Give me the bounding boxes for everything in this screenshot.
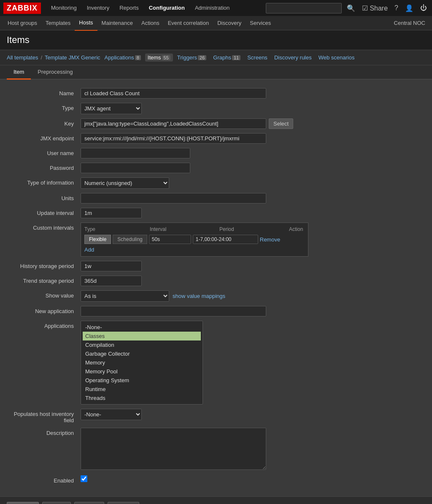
tab-graphs[interactable]: Graphs11 xyxy=(211,54,243,62)
username-input[interactable] xyxy=(81,148,190,158)
update-button[interactable]: Update xyxy=(7,502,39,504)
name-input[interactable] xyxy=(81,88,266,99)
nav-inventory[interactable]: Inventory xyxy=(82,0,114,16)
app-option-threads[interactable]: Threads xyxy=(83,394,201,402)
show-value-select[interactable]: As is xyxy=(81,290,169,302)
field-password: Password xyxy=(7,163,425,173)
nav-administration[interactable]: Administration xyxy=(190,0,235,16)
scheduling-btn[interactable]: Scheduling xyxy=(113,235,147,244)
breadcrumb-all-templates[interactable]: All templates xyxy=(7,54,38,61)
app-option-memory-pool[interactable]: Memory Pool xyxy=(83,367,201,376)
tab-triggers[interactable]: Triggers26 xyxy=(175,54,209,62)
new-app-input[interactable] xyxy=(81,306,266,316)
period-input[interactable] xyxy=(193,235,258,244)
history-input[interactable] xyxy=(81,261,142,271)
add-interval-link[interactable]: Add xyxy=(84,247,94,253)
password-input[interactable] xyxy=(81,163,190,173)
delete-button[interactable]: Delete xyxy=(74,502,105,504)
password-control xyxy=(81,163,425,173)
field-show-value: Show value As is show value mappings xyxy=(7,290,425,302)
field-jmx-endpoint: JMX endpoint xyxy=(7,133,425,144)
enabled-control xyxy=(81,475,425,483)
search-input[interactable] xyxy=(266,3,342,13)
jmx-endpoint-label: JMX endpoint xyxy=(7,133,81,142)
tab-discovery-rules[interactable]: Discovery rules xyxy=(272,54,314,62)
key-control: Select xyxy=(81,118,425,129)
username-control xyxy=(81,148,425,158)
enabled-checkbox[interactable] xyxy=(81,475,87,482)
col-type-header: Type xyxy=(84,226,150,232)
jmx-endpoint-input[interactable] xyxy=(81,133,266,144)
subnav-templates[interactable]: Templates xyxy=(41,16,75,30)
show-value-label: Show value xyxy=(7,290,81,299)
tab-screens[interactable]: Screens xyxy=(245,54,270,62)
trend-input[interactable] xyxy=(81,276,142,286)
tab-items[interactable]: Items55 xyxy=(145,54,173,62)
username-label: User name xyxy=(7,148,81,156)
history-label: History storage period xyxy=(7,261,81,269)
subnav-hosts[interactable]: Hosts xyxy=(75,16,97,31)
app-option-runtime[interactable]: Runtime xyxy=(83,385,201,394)
tab-preprocessing[interactable]: Preprocessing xyxy=(31,65,79,80)
nav-monitoring[interactable]: Monitoring xyxy=(46,0,82,16)
app-option-compilation[interactable]: Compilation xyxy=(83,340,201,349)
subnav-actions[interactable]: Actions xyxy=(137,16,164,30)
nav-configuration[interactable]: Configuration xyxy=(144,0,190,16)
jmx-endpoint-control xyxy=(81,133,425,144)
app-option-none[interactable]: -None- xyxy=(83,323,201,332)
remove-link[interactable]: Remove xyxy=(260,236,280,243)
show-value-mappings-link[interactable]: show value mappings xyxy=(173,293,225,299)
page-header: Items xyxy=(0,30,432,50)
intervals-box: Type Interval Period Action Flexible Sch… xyxy=(81,223,308,257)
units-label: Units xyxy=(7,193,81,201)
search-icon[interactable]: 🔍 xyxy=(345,4,357,12)
populates-label: Populates host inventory field xyxy=(7,409,81,424)
cancel-button[interactable]: Cancel xyxy=(108,502,139,504)
breadcrumb-template-name[interactable]: Template JMX Generic xyxy=(45,54,100,61)
interval-input[interactable] xyxy=(149,235,191,244)
logout-icon[interactable]: ⏻ xyxy=(418,4,429,12)
intervals-row: Flexible Scheduling Remove xyxy=(84,235,305,244)
user-icon[interactable]: 👤 xyxy=(403,4,415,12)
key-input[interactable] xyxy=(81,118,266,129)
subnav-discovery[interactable]: Discovery xyxy=(213,16,246,30)
app-option-os[interactable]: Operating System xyxy=(83,376,201,385)
password-label: Password xyxy=(7,163,81,171)
key-label: Key xyxy=(7,118,81,127)
help-icon[interactable]: ? xyxy=(393,4,400,12)
clone-button[interactable]: Clone xyxy=(42,502,71,504)
flexible-btn[interactable]: Flexible xyxy=(84,235,111,244)
page-title: Items xyxy=(7,35,425,46)
share-icon[interactable]: ☑ Share xyxy=(360,4,389,12)
app-option-classes[interactable]: Classes xyxy=(83,332,201,340)
units-input[interactable] xyxy=(81,193,266,204)
intervals-header: Type Interval Period Action xyxy=(84,226,305,232)
tab-applications[interactable]: Applications8 xyxy=(102,54,143,62)
app-option-memory[interactable]: Memory xyxy=(83,358,201,367)
history-control xyxy=(81,261,425,271)
field-type-info: Type of information Numeric (unsigned) xyxy=(7,177,425,189)
top-nav-right: 🔍 ☑ Share ? 👤 ⏻ xyxy=(266,3,429,13)
tab-item[interactable]: Item xyxy=(7,65,31,80)
type-info-label: Type of information xyxy=(7,177,81,186)
field-type: Type JMX agent xyxy=(7,103,425,114)
tab-web-scenarios[interactable]: Web scenarios xyxy=(316,54,357,62)
type-info-select[interactable]: Numeric (unsigned) xyxy=(81,177,169,189)
nav-reports[interactable]: Reports xyxy=(114,0,144,16)
subnav-host-groups[interactable]: Host groups xyxy=(3,16,41,30)
breadcrumb-separator: / xyxy=(40,54,42,61)
applications-control: -None- Classes Compilation Garbage Colle… xyxy=(81,321,425,405)
populates-select[interactable]: -None- xyxy=(81,409,142,420)
update-interval-input[interactable] xyxy=(81,208,142,218)
subnav-services[interactable]: Services xyxy=(246,16,275,30)
type-control: JMX agent xyxy=(81,103,425,114)
subnav-maintenance[interactable]: Maintenance xyxy=(97,16,137,30)
applications-select[interactable]: -None- Classes Compilation Garbage Colle… xyxy=(81,321,203,405)
type-select[interactable]: JMX agent xyxy=(81,103,142,114)
select-button[interactable]: Select xyxy=(269,118,293,129)
subnav-event-correlation[interactable]: Event correlation xyxy=(164,16,213,30)
field-new-application: New application xyxy=(7,306,425,316)
app-option-gc[interactable]: Garbage Collector xyxy=(83,349,201,358)
description-textarea[interactable] xyxy=(81,428,266,470)
logo[interactable]: ZABBIX xyxy=(3,3,41,14)
